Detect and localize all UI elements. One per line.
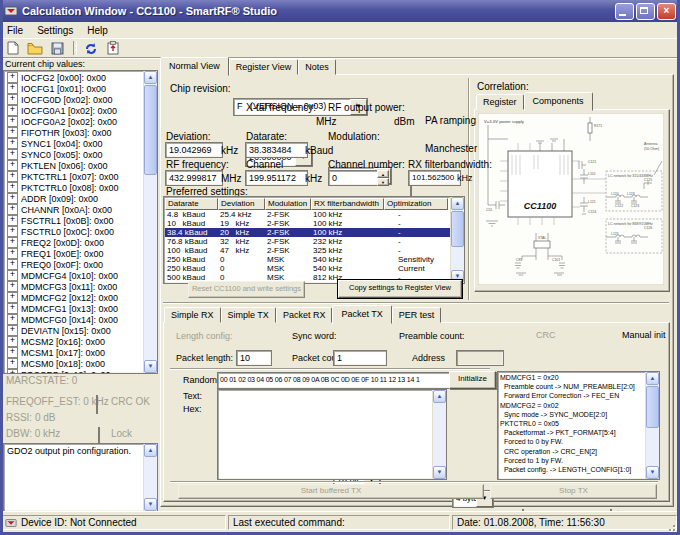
register-item[interactable]: +SYNC1 [0x04]: 0x00 [5, 138, 143, 149]
refresh-icon[interactable] [81, 40, 101, 56]
table-row[interactable]: 250 kBaud0MSK540 kHzCurrent [165, 264, 450, 273]
register-item[interactable]: +FREQ2 [0x0D]: 0x00 [5, 237, 143, 248]
stop-tx-button[interactable]: Stop TX [490, 484, 657, 499]
scroll-up-icon[interactable] [646, 372, 659, 385]
register-info-panel[interactable]: MDMCFG1 = 0x20 Preamble count -> NUM_PRE… [497, 371, 660, 480]
menu-settings[interactable]: Settings [30, 24, 80, 37]
register-item[interactable]: +FSCTRL0 [0x0C]: 0x00 [5, 226, 143, 237]
save-icon[interactable] [47, 40, 67, 56]
scroll-up-icon[interactable] [144, 71, 157, 84]
gdo2-scrollbar[interactable] [143, 444, 157, 511]
register-item[interactable]: +PKTCTRL1 [0x07]: 0x00 [5, 171, 143, 182]
expand-icon[interactable]: + [7, 369, 18, 374]
table-row[interactable]: 4.8 kBaud25.4 kHz2-FSK100 kHz- [165, 210, 450, 219]
table-scrollbar[interactable] [450, 197, 464, 283]
info-scrollbar[interactable] [645, 372, 659, 479]
scrollbar-thumb[interactable] [451, 211, 464, 247]
table-row[interactable]: 38.4 kBaud20 kHz2-FSK100 kHz- [165, 228, 450, 237]
column-header-rx-filterbandwidth[interactable]: RX filterbandwidth [311, 198, 384, 210]
scroll-down-icon[interactable] [433, 466, 446, 479]
preferred-settings-table[interactable]: DatarateDeviationModulationRX filterband… [163, 196, 465, 284]
scroll-down-icon[interactable] [144, 360, 157, 373]
register-item[interactable]: +FREQ1 [0x0E]: 0x00 [5, 248, 143, 259]
close-button[interactable]: × [657, 3, 676, 20]
column-header-optimization[interactable]: Optimization [384, 198, 448, 210]
start-buffered-tx-button[interactable]: Start buffered TX [178, 484, 484, 499]
crc-ok-checkbox[interactable] [96, 395, 98, 414]
maximize-button[interactable] [636, 3, 655, 20]
initialize-button[interactable]: Initialize [449, 371, 496, 389]
spinner-down-icon[interactable]: ▼ [377, 178, 389, 186]
register-item[interactable]: +FSCTRL1 [0x0B]: 0x00 [5, 215, 143, 226]
tab-register[interactable]: Register [476, 94, 524, 110]
register-item[interactable]: +MDMCFG3 [0x11]: 0x00 [5, 281, 143, 292]
tab-normal-view[interactable]: Normal View [160, 57, 229, 76]
gdo2-description-box[interactable]: GDO2 output pin configuration. [3, 443, 158, 512]
register-item[interactable]: +CHANNR [0x0A]: 0x00 [5, 204, 143, 215]
register-list-scrollbar[interactable] [143, 71, 157, 373]
register-item[interactable]: +MDMCFG0 [0x14]: 0x00 [5, 314, 143, 325]
register-list[interactable]: +IOCFG2 [0x00]: 0x00+IOCFG1 [0x01]: 0x00… [3, 70, 158, 374]
register-item[interactable]: +IOCFG0A2 [0x02]: 0x00 [5, 116, 143, 127]
table-row[interactable]: 10 kBaud19 kHz2-FSK100 kHz- [165, 219, 450, 228]
register-item[interactable]: +PKTLEN [0x06]: 0x00 [5, 160, 143, 171]
register-item[interactable]: +MCSM2 [0x16]: 0x00 [5, 336, 143, 347]
address-field[interactable] [456, 350, 504, 366]
table-row[interactable]: 250 kBaud0MSK540 kHzSensitivity [165, 255, 450, 264]
write-export-icon[interactable] [103, 40, 123, 56]
minimize-button[interactable] [615, 3, 634, 20]
register-item[interactable]: +SYNC0 [0x05]: 0x00 [5, 149, 143, 160]
column-header-deviation[interactable]: Deviation [218, 198, 265, 210]
scroll-down-icon[interactable] [144, 498, 157, 511]
register-item[interactable]: +IOCFG1 [0x01]: 0x00 [5, 83, 143, 94]
register-item[interactable]: +FOCCFG [0x19]: 0x00 [5, 369, 143, 374]
spinner-up-icon[interactable]: ▲ [377, 170, 389, 178]
register-item[interactable]: +MDMCFG2 [0x12]: 0x00 [5, 292, 143, 303]
register-item[interactable]: +IOCFG2 [0x00]: 0x00 [5, 72, 143, 83]
tab-per-test[interactable]: PER test [392, 307, 442, 323]
column-header-datarate[interactable]: Datarate [165, 198, 218, 210]
tab-register-view[interactable]: Register View [229, 59, 298, 75]
datarate-field[interactable]: 38.383484 [245, 142, 308, 158]
table-row[interactable]: 76.8 kBaud32 kHz2-FSK232 kHz- [165, 237, 450, 246]
textarea-scrollbar[interactable] [432, 390, 446, 479]
register-item[interactable]: +FIFOTHR [0x03]: 0x00 [5, 127, 143, 138]
scroll-up-icon[interactable] [144, 444, 157, 457]
copy-to-register-view-button[interactable]: Copy settings to Register View [338, 280, 462, 298]
channel-spacing-field[interactable]: 199.951172 [245, 170, 308, 186]
packet-count-field[interactable]: 1 [333, 350, 387, 366]
tab-simple-rx[interactable]: Simple RX [164, 307, 221, 323]
register-item[interactable]: +IOCFG0D [0x02]: 0x00 [5, 94, 143, 105]
packet-length-field[interactable]: 10 [236, 350, 272, 366]
random-data-field[interactable]: 00 01 02 03 04 05 06 07 08 09 0A 0B 0C 0… [217, 372, 451, 389]
register-item[interactable]: +ADDR [0x09]: 0x00 [5, 193, 143, 204]
channel-number-field[interactable]: 0 [328, 170, 384, 186]
tab-notes[interactable]: Notes [298, 59, 336, 75]
register-item[interactable]: +MDMCFG1 [0x13]: 0x00 [5, 303, 143, 314]
register-item[interactable]: +MCSM0 [0x18]: 0x00 [5, 358, 143, 369]
register-item[interactable]: +MDMCFG4 [0x10]: 0x00 [5, 270, 143, 281]
menu-help[interactable]: Help [80, 24, 115, 37]
register-item[interactable]: +FREQ0 [0x0F]: 0x00 [5, 259, 143, 270]
reset-and-write-button[interactable]: Reset CC1100 and write settings [188, 281, 305, 298]
payload-textarea[interactable] [217, 389, 447, 480]
scrollbar-thumb[interactable] [144, 85, 157, 175]
register-item[interactable]: +DEVIATN [0x15]: 0x00 [5, 325, 143, 336]
column-header-modulation[interactable]: Modulation [265, 198, 311, 210]
menu-file[interactable]: File [0, 24, 30, 37]
scroll-up-icon[interactable] [433, 390, 446, 403]
scroll-up-icon[interactable] [451, 197, 464, 210]
tab-simple-tx[interactable]: Simple TX [221, 307, 276, 323]
deviation-field[interactable]: 19.042969 [165, 142, 223, 158]
register-item[interactable]: +MCSM1 [0x17]: 0x00 [5, 347, 143, 358]
rx-filterbandwidth-field[interactable]: 101.562500 [408, 170, 461, 186]
rf-frequency-field[interactable]: 432.999817 [165, 170, 223, 186]
tab-packet-rx[interactable]: Packet RX [276, 307, 333, 323]
scrollbar-thumb[interactable] [646, 386, 659, 428]
register-item[interactable]: +PKTCTRL0 [0x08]: 0x00 [5, 182, 143, 193]
tab-packet-tx[interactable]: Packet TX [332, 305, 391, 324]
open-folder-icon[interactable] [25, 40, 45, 56]
new-file-icon[interactable] [3, 40, 23, 56]
table-row[interactable]: 100 kBaud47 kHz2-FSK325 kHz- [165, 246, 450, 255]
tab-components[interactable]: Components [524, 92, 593, 111]
